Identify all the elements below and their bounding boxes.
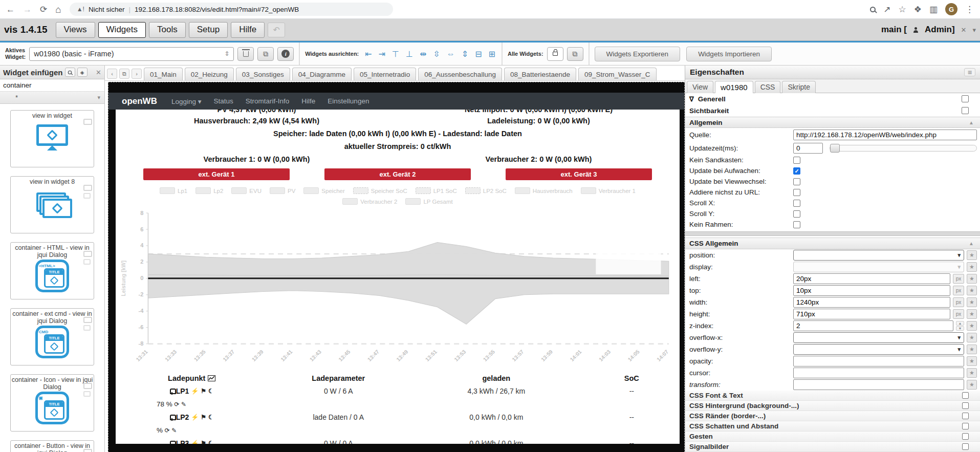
- view-canvas[interactable]: openWB Logging ▾StatusStromtarif-InfoHil…: [105, 81, 685, 452]
- checkbox-unchecked[interactable]: [793, 200, 800, 207]
- legend-item-lp2-soc[interactable]: LP2 SoC: [465, 187, 507, 194]
- legend-item-evu[interactable]: EVU: [231, 187, 262, 194]
- section-checkbox[interactable]: [962, 402, 969, 409]
- palette-close-icon[interactable]: ✕: [96, 69, 101, 76]
- plug-icon[interactable]: [170, 441, 174, 444]
- view-tab-09_Strom_Wasser_C[interactable]: 09_Strom_Wasser_C: [578, 68, 657, 80]
- legend-item-lp1-soc[interactable]: LP1 SoC: [416, 187, 457, 194]
- section-checkbox[interactable]: [962, 423, 969, 429]
- legend-item-lp-gesamt[interactable]: LP Gesamt: [405, 198, 452, 205]
- openwb-nav-logging[interactable]: Logging ▾: [171, 97, 202, 105]
- menu-tab-setup[interactable]: Setup: [189, 22, 228, 38]
- checkbox-checked[interactable]: ✓: [793, 167, 800, 175]
- flag-icon[interactable]: ⚑: [201, 385, 206, 398]
- sichtbarkeit-checkbox[interactable]: [962, 107, 969, 114]
- flag-icon[interactable]: ⚑: [201, 411, 206, 424]
- section-checkbox[interactable]: [962, 443, 969, 450]
- lock-widgets-button[interactable]: [547, 47, 563, 61]
- slider-thumb[interactable]: [830, 144, 840, 153]
- checkbox-unchecked[interactable]: [793, 157, 800, 164]
- reload-icon[interactable]: ⟳: [40, 5, 47, 14]
- widget-card[interactable]: container - HTML - view in jqui Dialog<H…: [10, 242, 94, 299]
- extensions-puzzle-icon[interactable]: ❖: [914, 5, 922, 14]
- allgemein-section-header[interactable]: Allgemein ▲: [685, 117, 980, 128]
- edit-icon[interactable]: ✎: [171, 427, 177, 434]
- bookmark-star-icon[interactable]: ☆: [898, 5, 906, 14]
- bind-state-button[interactable]: ★: [967, 345, 977, 354]
- view-tab-03_Sonstiges[interactable]: 03_Sonstiges: [236, 68, 290, 80]
- refresh-icon[interactable]: ⟳: [165, 427, 171, 434]
- properties-tab-skripte[interactable]: Skripte: [782, 81, 816, 93]
- browser-menu-icon[interactable]: ⋮: [965, 5, 974, 14]
- menu-tab-tools[interactable]: Tools: [149, 22, 186, 38]
- zoom-icon[interactable]: [870, 7, 876, 12]
- flag-icon[interactable]: ⚑: [201, 437, 206, 444]
- center-vertical-icon[interactable]: ⇳: [432, 49, 441, 59]
- widget-info-button[interactable]: i: [277, 47, 294, 61]
- align-left-icon[interactable]: ⇤: [364, 49, 373, 59]
- bind-state-button[interactable]: ★: [967, 356, 977, 366]
- align-top-icon[interactable]: ⊤: [391, 49, 400, 59]
- center-horizontal-icon[interactable]: ⇹: [419, 49, 427, 59]
- collapse-up-icon[interactable]: ▲: [969, 241, 974, 246]
- widget-card[interactable]: container - Icon - view in jqui Dialog▣T…: [10, 374, 94, 432]
- menu-tab-widgets[interactable]: Widgets: [98, 22, 146, 38]
- menu-tab-hilfe[interactable]: Hilfe: [231, 22, 265, 38]
- css-input-opacity[interactable]: [793, 356, 964, 367]
- section-css-hintergrund-background-[interactable]: CSS Hintergrund (background-...): [685, 401, 980, 411]
- px-unit-button[interactable]: px: [953, 286, 964, 295]
- px-unit-button[interactable]: px: [953, 297, 964, 307]
- night-charging-icon[interactable]: ☾: [208, 411, 214, 424]
- copy-widget-button[interactable]: ⧉: [257, 47, 274, 61]
- palette-search-button[interactable]: [65, 68, 75, 77]
- css-input-z-index[interactable]: [793, 320, 953, 331]
- widget-card[interactable]: container - Button - view in jqui Dialog…: [10, 440, 94, 452]
- section-css-schatten-und-abstand[interactable]: CSS Schatten und Abstand: [685, 421, 980, 432]
- bind-state-button[interactable]: ★: [967, 262, 977, 272]
- openwb-nav-stromtarif-info[interactable]: Stromtarif-Info: [246, 97, 290, 105]
- spin-up-icon[interactable]: ▲: [956, 321, 964, 326]
- refresh-icon[interactable]: ⟳: [175, 401, 181, 408]
- distribute-vertical-icon[interactable]: ⇕: [461, 49, 469, 59]
- grip-icon[interactable]: ▦: [964, 68, 975, 76]
- openwb-brand[interactable]: openWB: [122, 96, 157, 106]
- css-input-left[interactable]: [793, 273, 950, 284]
- tabs-scroll-right-icon[interactable]: ›: [132, 69, 142, 79]
- widget-card[interactable]: container - ext cmd - view in jqui Dialo…: [10, 308, 94, 365]
- openwb-nav-status[interactable]: Status: [214, 97, 233, 105]
- tabs-clipboard-icon[interactable]: ⧉: [119, 69, 129, 79]
- profile-avatar[interactable]: G: [945, 3, 957, 15]
- legend-item-lp2[interactable]: Lp2: [195, 187, 223, 194]
- section-checkbox[interactable]: [962, 433, 969, 440]
- legend-item-verbraucher-2[interactable]: Verbraucher 2: [342, 198, 397, 205]
- properties-tab-css[interactable]: CSS: [755, 81, 781, 93]
- view-tab-02_Heizung[interactable]: 02_Heizung: [185, 68, 234, 80]
- updatezeit-slider[interactable]: [830, 145, 977, 152]
- legend-item-speicher-soc[interactable]: Speicher SoC: [353, 187, 407, 194]
- legend-item-hausverbrauch[interactable]: Hausverbrauch: [515, 187, 573, 194]
- section-checkbox[interactable]: [962, 413, 969, 419]
- css-input-top[interactable]: [793, 285, 950, 296]
- cable-icon[interactable]: ⚡: [191, 437, 199, 444]
- css-input-cursor[interactable]: [793, 368, 964, 378]
- view-tab-06_Aussenbeschallung[interactable]: 06_Aussenbeschallung: [418, 68, 502, 80]
- align-bottom-icon[interactable]: ⊥: [405, 49, 414, 59]
- forward-icon[interactable]: →: [23, 5, 32, 14]
- open-external-button[interactable]: ⧉: [567, 47, 583, 61]
- bind-state-button[interactable]: ★: [967, 274, 977, 284]
- px-unit-button[interactable]: px: [953, 274, 964, 284]
- plug-icon[interactable]: [170, 389, 174, 395]
- css-select-position[interactable]: ▾: [793, 250, 964, 261]
- checkbox-unchecked[interactable]: [793, 210, 800, 218]
- ext-device-button[interactable]: ext. Gerät 1: [143, 168, 290, 180]
- export-widgets-button[interactable]: Widgets Exportieren: [595, 47, 681, 61]
- css-allgemein-section-header[interactable]: CSS Allgemein ▲: [685, 238, 980, 249]
- bind-state-button[interactable]: ★: [967, 321, 977, 331]
- align-right-icon[interactable]: ⇥: [378, 49, 386, 59]
- cable-icon[interactable]: ⚡: [191, 411, 199, 424]
- bind-state-button[interactable]: ★: [967, 380, 977, 390]
- bind-state-button[interactable]: ★: [967, 250, 977, 260]
- css-select-overflow-x[interactable]: ▾: [793, 332, 964, 343]
- checkbox-unchecked[interactable]: [793, 189, 800, 196]
- ext-device-button[interactable]: ext. Gerät 2: [324, 168, 471, 180]
